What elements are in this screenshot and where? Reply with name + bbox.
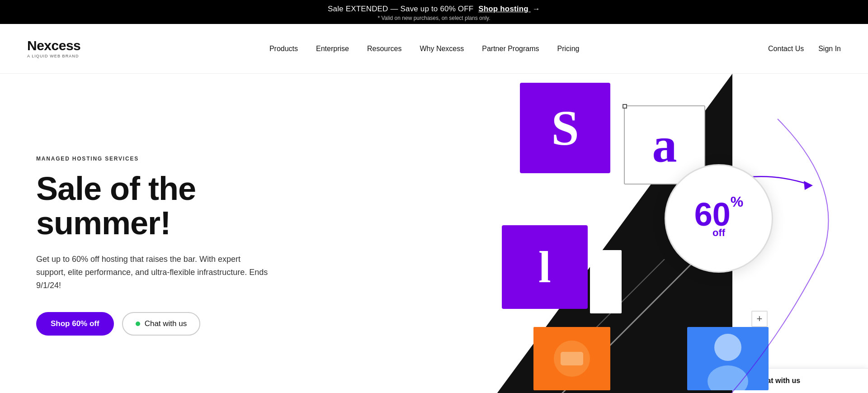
logo-area[interactable]: Nexcess A Liquid Web Brand — [27, 39, 80, 58]
header-right: Contact Us Sign In — [768, 45, 841, 53]
discount-number-area: 60 % — [694, 198, 744, 231]
letter-s-icon: S — [551, 99, 579, 157]
nav-item-pricing[interactable]: Pricing — [557, 45, 580, 53]
banner-sale-text: Sale EXTENDED — Save up to 60% OFF — [328, 5, 473, 13]
nav-item-enterprise[interactable]: Enterprise — [316, 45, 349, 53]
shop-cta-button[interactable]: Shop 60% off — [36, 312, 114, 336]
logo-sub: A Liquid Web Brand — [27, 54, 79, 58]
banner-shop-link[interactable]: Shop hosting → — [478, 5, 540, 13]
svg-rect-5 — [561, 352, 583, 365]
svg-marker-0 — [804, 181, 813, 190]
discount-circle: 60 % off — [665, 164, 773, 273]
nav-item-why-nexcess[interactable]: Why Nexcess — [420, 45, 464, 53]
nav-item-products[interactable]: Products — [269, 45, 298, 53]
sign-in-link[interactable]: Sign In — [818, 45, 841, 53]
banner-arrow-icon: → — [533, 5, 540, 14]
resize-handle-tl-icon — [623, 104, 627, 109]
discount-percent: % — [731, 194, 743, 210]
discount-off-label: off — [712, 227, 725, 239]
plus-icon: + — [751, 311, 768, 327]
main-nav: Products Enterprise Resources Why Nexces… — [80, 45, 768, 53]
hero-label: MANAGED HOSTING SERVICES — [36, 156, 280, 162]
hero-description: Get up to 60% off hosting that raises th… — [36, 253, 271, 292]
hero-title: Sale of the summer! — [36, 172, 280, 240]
thumbnail-left — [533, 327, 610, 390]
chat-cta-button[interactable]: Chat with us — [122, 312, 201, 336]
hero-buttons: Shop 60% off Chat with us — [36, 312, 280, 336]
logo-name: Nexcess — [27, 39, 80, 52]
discount-number: 60 — [694, 198, 731, 231]
contact-us-link[interactable]: Contact Us — [768, 45, 804, 53]
thumbnail-right — [687, 327, 769, 390]
svg-point-7 — [714, 334, 741, 361]
nav-item-resources[interactable]: Resources — [367, 45, 401, 53]
banner-sub-text: * Valid on new purchases, on select plan… — [9, 15, 859, 21]
chat-cta-label: Chat with us — [145, 319, 187, 328]
banner-main-text: Sale EXTENDED — Save up to 60% OFF Shop … — [9, 5, 859, 14]
hero-section: MANAGED HOSTING SERVICES Sale of the sum… — [0, 74, 868, 393]
nav-item-partner-programs[interactable]: Partner Programs — [482, 45, 539, 53]
hero-content: MANAGED HOSTING SERVICES Sale of the sum… — [0, 128, 316, 363]
hero-graphic: S a l 60 % off — [439, 74, 868, 393]
box-s-graphic: S — [520, 83, 610, 173]
chat-online-dot — [136, 322, 140, 326]
banner-cta-text: Shop hosting — [478, 5, 528, 13]
header: Nexcess A Liquid Web Brand Products Ente… — [0, 24, 868, 74]
top-banner: Sale EXTENDED — Save up to 60% OFF Shop … — [0, 0, 868, 24]
